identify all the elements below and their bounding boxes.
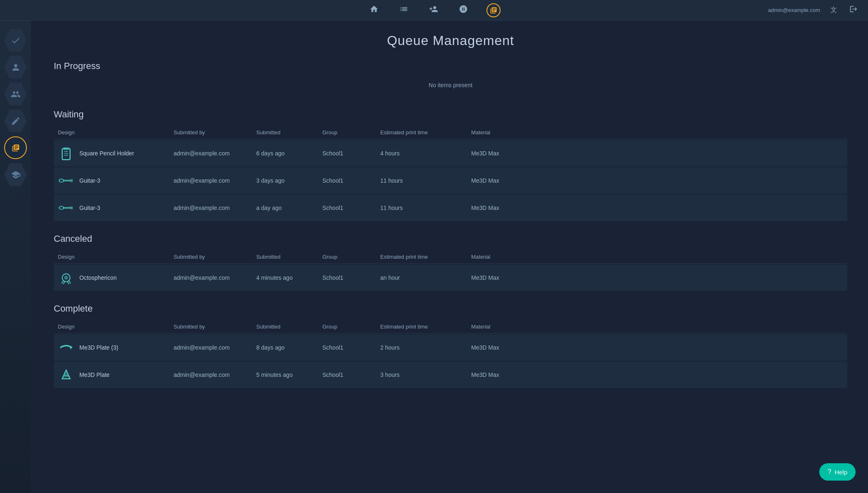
design-cell: Guitar-3 [58,172,174,189]
octo-icon [58,269,74,286]
design-name: Me3D Plate (3) [79,344,118,351]
table-row[interactable]: Octosphericon admin@example.com 4 minute… [54,264,847,291]
waiting-col-submitted: Submitted [256,129,322,136]
design-cell: Me3D Plate [58,367,174,383]
in-progress-section: In Progress No items present [54,61,847,97]
waiting-section: Waiting Design Submitted by Submitted Gr… [54,109,847,221]
user-add-icon[interactable] [427,2,440,18]
group: School1 [322,205,380,211]
print-time: 2 hours [380,344,471,351]
group: School1 [322,150,380,157]
svg-rect-0 [62,149,70,160]
canceled-col-submitted: Submitted [256,254,322,260]
group: School1 [322,274,380,281]
plate-icon [58,367,74,383]
waiting-table-header: Design Submitted by Submitted Group Esti… [54,126,847,139]
canceled-col-group: Group [322,254,380,260]
list-icon[interactable] [397,2,410,18]
table-row[interactable]: Guitar-3 admin@example.com a day ago Sch… [54,195,847,221]
complete-col-submitted: Submitted [256,324,322,330]
top-nav-right: admin@example.com 文 [768,3,860,17]
material: Me3D Max [471,274,537,281]
material: Me3D Max [471,150,537,157]
canceled-table-header: Design Submitted by Submitted Group Esti… [54,250,847,264]
complete-col-material: Material [471,324,537,330]
logout-icon[interactable] [847,3,860,17]
design-cell: Me3D Plate (3) [58,339,174,356]
admin-email: admin@example.com [768,7,820,13]
pencil-holder-icon [58,145,74,162]
canceled-section: Canceled Design Submitted by Submitted G… [54,233,847,291]
svg-rect-11 [63,207,71,209]
guitar-icon [58,200,74,216]
language-icon[interactable]: 文 [828,4,839,17]
design-cell: Square Pencil Holder [58,145,174,162]
material: Me3D Max [471,177,537,184]
submitted-by: admin@example.com [174,344,256,351]
sidebar-item-courses[interactable] [4,163,27,186]
queue-icon[interactable] [486,3,501,17]
guitar-icon [58,172,74,189]
canceled-title: Canceled [54,233,847,244]
submitted-time: 8 days ago [256,344,322,351]
sidebar-item-users[interactable] [4,56,27,79]
canceled-col-material: Material [471,254,537,260]
no-items-text: No items present [54,78,847,97]
group: School1 [322,177,380,184]
svg-point-10 [60,207,63,209]
in-progress-title: In Progress [54,61,847,71]
top-navigation: admin@example.com 文 [0,0,868,21]
design-name: Square Pencil Holder [79,150,134,157]
design-name: Me3D Plate [79,372,110,378]
sidebar-item-groups[interactable] [4,83,27,105]
submitted-time: 3 days ago [256,177,322,184]
help-icon: ? [827,468,831,476]
svg-rect-1 [63,148,69,150]
svg-rect-8 [70,179,73,182]
print-time: 11 hours [380,205,471,211]
canceled-col-print-time: Estimated print time [380,254,471,260]
waiting-col-group: Group [322,129,380,136]
waiting-col-submitted-by: Submitted by [174,129,256,136]
sidebar-item-dashboard[interactable] [4,29,27,52]
print-time: 11 hours [380,177,471,184]
page-title: Queue Management [54,33,847,48]
complete-col-group: Group [322,324,380,330]
table-row[interactable]: Guitar-3 admin@example.com 3 days ago Sc… [54,167,847,194]
print-time: 3 hours [380,372,471,378]
help-button[interactable]: ? Help [819,463,856,481]
waiting-col-design: Design [58,129,174,136]
canceled-col-design: Design [58,254,174,260]
table-row[interactable]: Me3D Plate admin@example.com 5 minutes a… [54,362,847,388]
waiting-col-print-time: Estimated print time [380,129,471,136]
waiting-col-material: Material [471,129,537,136]
submitted-time: a day ago [256,205,322,211]
group: School1 [322,372,380,378]
svg-point-14 [64,276,68,280]
submitted-by: admin@example.com [174,372,256,378]
material: Me3D Max [471,344,537,351]
design-name: Guitar-3 [79,205,100,211]
sidebar [0,21,31,493]
design-name: Guitar-3 [79,177,100,184]
submitted-by: admin@example.com [174,177,256,184]
material: Me3D Max [471,372,537,378]
main-content: Queue Management In Progress No items pr… [33,21,868,493]
svg-marker-15 [70,345,73,350]
submitted-time: 4 minutes ago [256,274,322,281]
plate3-icon [58,339,74,356]
sidebar-item-queue[interactable] [4,136,27,159]
group: School1 [322,344,380,351]
sidebar-item-designs[interactable] [4,110,27,132]
home-icon[interactable] [367,2,381,18]
top-nav-icons [367,2,501,18]
adjust-icon[interactable] [457,2,470,18]
submitted-time: 5 minutes ago [256,372,322,378]
table-row[interactable]: Square Pencil Holder admin@example.com 6… [54,140,847,167]
svg-rect-12 [70,206,73,210]
table-row[interactable]: Me3D Plate (3) admin@example.com 8 days … [54,334,847,361]
submitted-time: 6 days ago [256,150,322,157]
svg-point-6 [60,179,63,182]
waiting-title: Waiting [54,109,847,120]
material: Me3D Max [471,205,537,211]
